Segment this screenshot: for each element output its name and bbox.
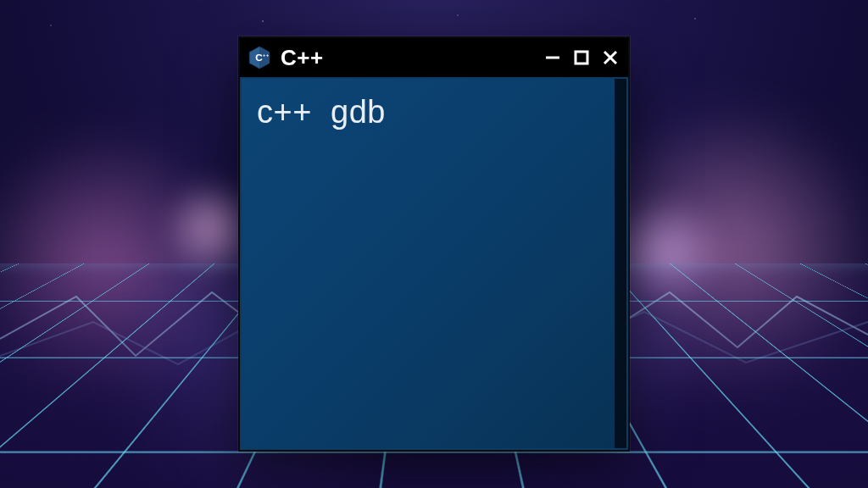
window-client-area[interactable]: c++ gdb xyxy=(242,79,626,448)
background-scene: C + + C++ xyxy=(0,0,868,488)
minimize-button[interactable] xyxy=(543,47,562,68)
svg-rect-6 xyxy=(576,52,587,64)
close-button[interactable] xyxy=(601,47,620,68)
titlebar[interactable]: C + + C++ xyxy=(240,38,628,77)
app-window: C + + C++ xyxy=(238,36,630,452)
window-title: C++ xyxy=(281,45,324,71)
window-controls xyxy=(543,47,620,68)
svg-text:C: C xyxy=(255,52,263,63)
cpp-hex-icon: C + + xyxy=(247,45,272,70)
terminal-text: c++ gdb xyxy=(257,94,599,130)
maximize-button[interactable] xyxy=(572,47,591,68)
